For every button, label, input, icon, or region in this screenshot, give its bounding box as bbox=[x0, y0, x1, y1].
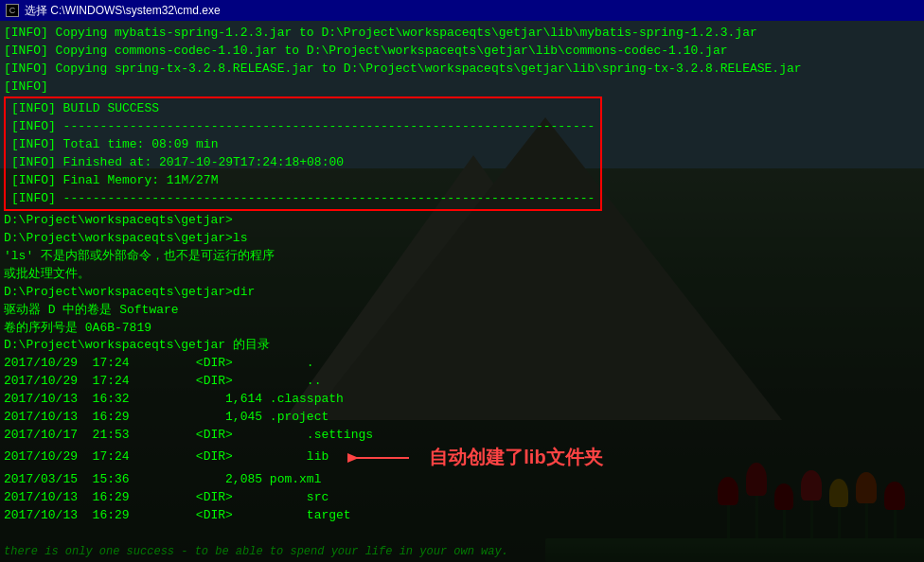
cmd-icon: C bbox=[6, 4, 19, 17]
success-line-5: [INFO] Final Memory: 11M/27M bbox=[11, 172, 595, 190]
cmd-content: [INFO] Copying mybatis-spring-1.2.3.jar … bbox=[0, 21, 924, 562]
title-text: 选择 C:\WINDOWS\system32\cmd.exe bbox=[25, 3, 221, 19]
dir-row-text: 2017/10/17 21:53 <DIR> .settings bbox=[4, 427, 373, 445]
dir-row: 2017/10/29 17:24 <DIR> . bbox=[4, 355, 920, 373]
dir-listing: 2017/10/29 17:24 <DIR> .2017/10/29 17:24… bbox=[4, 355, 920, 525]
watermark: there is only one success - to be able t… bbox=[4, 544, 508, 560]
arrow-icon bbox=[347, 448, 423, 467]
success-line-4: [INFO] Finished at: 2017-10-29T17:24:18+… bbox=[11, 154, 595, 172]
annotation-label: 自动创建了lib文件夹 bbox=[429, 444, 602, 471]
dir-row-text: 2017/10/13 16:32 1,614 .classpath bbox=[4, 391, 344, 409]
lib-arrow-annotation: 自动创建了lib文件夹 bbox=[347, 444, 602, 471]
success-line-1: [INFO] BUILD SUCCESS bbox=[11, 100, 595, 118]
dir-row: 2017/10/29 17:24 <DIR> lib自动创建了lib文件夹 bbox=[4, 444, 920, 471]
after-line-2: D:\Project\workspaceqts\getjar>ls bbox=[4, 230, 920, 248]
after-line-6: D:\Project\workspaceqts\getjar>dir bbox=[4, 284, 920, 302]
success-line-2: [INFO] ---------------------------------… bbox=[11, 118, 595, 136]
after-line-3: 'ls' 不是内部或外部命令，也不是可运行的程序 bbox=[4, 248, 920, 266]
dir-row: 2017/10/13 16:29 <DIR> target bbox=[4, 507, 920, 525]
after-line-4: 或批处理文件。 bbox=[4, 266, 920, 284]
dir-row-text: 2017/10/13 16:29 <DIR> src bbox=[4, 489, 329, 507]
dir-row: 2017/10/29 17:24 <DIR> .. bbox=[4, 373, 920, 391]
line-4: [INFO] bbox=[4, 79, 920, 97]
svg-marker-1 bbox=[347, 453, 359, 463]
dir-row-text: 2017/10/29 17:24 <DIR> lib bbox=[4, 448, 329, 466]
dir-row-text: 2017/10/13 16:29 1,045 .project bbox=[4, 409, 329, 427]
dir-row: 2017/10/13 16:32 1,614 .classpath bbox=[4, 391, 920, 409]
dir-row: 2017/10/13 16:29 1,045 .project bbox=[4, 409, 920, 427]
dir-row: 2017/03/15 15:36 2,085 pom.xml bbox=[4, 471, 920, 489]
dir-row-text: 2017/10/29 17:24 <DIR> . bbox=[4, 355, 314, 373]
dir-row: 2017/10/13 16:29 <DIR> src bbox=[4, 489, 920, 507]
dir-row-text: 2017/10/13 16:29 <DIR> target bbox=[4, 507, 351, 525]
dir-row-text: 2017/03/15 15:36 2,085 pom.xml bbox=[4, 471, 321, 489]
after-line-7: 驱动器 D 中的卷是 Software bbox=[4, 302, 920, 320]
dir-row-text: 2017/10/29 17:24 <DIR> .. bbox=[4, 373, 321, 391]
success-line-6: [INFO] ---------------------------------… bbox=[11, 190, 595, 208]
line-2: [INFO] Copying commons-codec-1.10.jar to… bbox=[4, 43, 920, 61]
success-line-3: [INFO] Total time: 08:09 min bbox=[11, 136, 595, 154]
line-3: [INFO] Copying spring-tx-3.2.8.RELEASE.j… bbox=[4, 61, 920, 79]
after-line-8: 卷的序列号是 0A6B-7819 bbox=[4, 320, 920, 338]
after-line-10: D:\Project\workspaceqts\getjar 的目录 bbox=[4, 337, 920, 355]
line-1: [INFO] Copying mybatis-spring-1.2.3.jar … bbox=[4, 25, 920, 43]
cmd-window: C 选择 C:\WINDOWS\system32\cmd.exe [INFO] … bbox=[0, 0, 924, 562]
after-line-1: D:\Project\workspaceqts\getjar> bbox=[4, 212, 920, 230]
title-bar: C 选择 C:\WINDOWS\system32\cmd.exe bbox=[0, 0, 924, 21]
dir-row: 2017/10/17 21:53 <DIR> .settings bbox=[4, 427, 920, 445]
success-box: [INFO] BUILD SUCCESS [INFO] ------------… bbox=[4, 97, 602, 211]
